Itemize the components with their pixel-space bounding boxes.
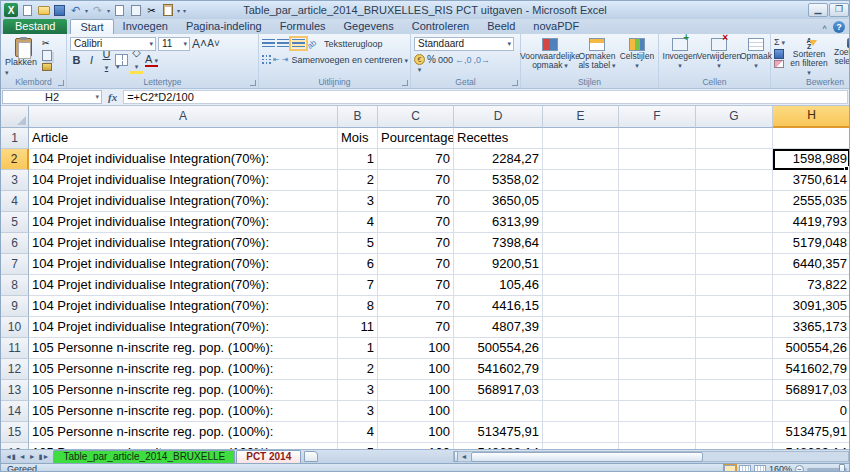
redo-dropdown-icon[interactable]: ▾ <box>107 7 110 14</box>
cell-H5[interactable]: 4419,793 <box>773 212 849 233</box>
orientation-icon[interactable]: ab <box>306 36 321 51</box>
cell-A6[interactable]: 104 Projet individualise Integration(70%… <box>29 233 338 254</box>
cell-H15[interactable]: 513475,91 <box>773 422 849 443</box>
minimize-button[interactable]: ▁ <box>808 3 828 17</box>
cell-B8[interactable]: 7 <box>338 275 378 296</box>
cell-H10[interactable]: 3365,173 <box>773 317 849 338</box>
cell-G8[interactable] <box>696 275 773 296</box>
cell-G10[interactable] <box>696 317 773 338</box>
cell-A15[interactable]: 105 Personne n-inscrite reg. pop. (100%)… <box>29 422 338 443</box>
cell-H12[interactable]: 541602,79 <box>773 359 849 380</box>
cell-E13[interactable] <box>543 380 619 401</box>
sheet-tab-pct-2014[interactable]: PCT 2014 <box>236 450 301 463</box>
cell-D14[interactable] <box>454 401 543 422</box>
cell-styles-button[interactable]: Celstijlen <box>618 37 656 77</box>
ribbon-tab-novapdf[interactable]: novaPDF <box>524 19 588 34</box>
cell-H8[interactable]: 73,822 <box>773 275 849 296</box>
decrease-indent-icon[interactable]: ⇤ <box>273 55 280 64</box>
zoom-slider[interactable] <box>807 468 847 471</box>
row-header-4[interactable]: 4 <box>1 191 29 212</box>
cell-B5[interactable]: 4 <box>338 212 378 233</box>
cell-B4[interactable]: 3 <box>338 191 378 212</box>
italic-button[interactable]: I <box>85 54 98 66</box>
cell-D13[interactable]: 568917,03 <box>454 380 543 401</box>
cell-H1[interactable] <box>773 128 849 149</box>
cell-D2[interactable]: 2284,27 <box>454 149 543 170</box>
cell-A2[interactable]: 104 Projet individualise Integration(70%… <box>29 149 338 170</box>
clipboard-dialog-launcher[interactable] <box>58 80 64 86</box>
clear-icon[interactable] <box>774 60 784 68</box>
cell-E14[interactable] <box>543 401 619 422</box>
cut-ribbon-icon[interactable]: ✂ <box>42 38 52 48</box>
cell-B1[interactable]: Mois <box>338 128 378 149</box>
bold-button[interactable]: B <box>70 54 83 66</box>
insert-function-icon[interactable]: fx <box>104 91 121 103</box>
increase-font-icon[interactable]: A˄ <box>192 37 205 51</box>
column-header-G[interactable]: G <box>696 106 773 128</box>
copy-icon[interactable] <box>129 4 142 17</box>
row-header-1[interactable]: 1 <box>1 128 29 149</box>
cell-A1[interactable]: Article <box>29 128 338 149</box>
cell-F1[interactable] <box>619 128 696 149</box>
column-header-A[interactable]: A <box>29 106 338 128</box>
cell-F5[interactable] <box>619 212 696 233</box>
cell-C6[interactable]: 70 <box>378 233 454 254</box>
cell-A8[interactable]: 104 Projet individualise Integration(70%… <box>29 275 338 296</box>
cell-E7[interactable] <box>543 254 619 275</box>
excel-logo-icon[interactable]: X <box>4 3 18 17</box>
cell-F14[interactable] <box>619 401 696 422</box>
cell-E2[interactable] <box>543 149 619 170</box>
merge-center-button[interactable]: Samenvoegen en centreren <box>291 55 408 65</box>
ribbon-tab-formules[interactable]: Formules <box>271 19 335 34</box>
align-center-icon[interactable] <box>266 55 268 64</box>
align-left-icon[interactable] <box>262 55 264 64</box>
cell-C10[interactable]: 70 <box>378 317 454 338</box>
row-header-10[interactable]: 10 <box>1 317 29 338</box>
cell-B2[interactable]: 1 <box>338 149 378 170</box>
cell-A7[interactable]: 104 Projet individualise Integration(70%… <box>29 254 338 275</box>
cell-F15[interactable] <box>619 422 696 443</box>
cell-E1[interactable] <box>543 128 619 149</box>
cell-B9[interactable]: 8 <box>338 296 378 317</box>
row-header-9[interactable]: 9 <box>1 296 29 317</box>
fill-icon[interactable] <box>774 49 784 59</box>
save-icon[interactable] <box>53 4 66 17</box>
undo-dropdown-icon[interactable]: ▾ <box>85 7 88 14</box>
cell-A5[interactable]: 104 Projet individualise Integration(70%… <box>29 212 338 233</box>
cell-H7[interactable]: 6440,357 <box>773 254 849 275</box>
cell-E15[interactable] <box>543 422 619 443</box>
font-color-icon[interactable]: A <box>145 53 158 67</box>
row-header-2[interactable]: 2 <box>1 149 29 170</box>
ribbon-tab-invoegen[interactable]: Invoegen <box>114 19 177 34</box>
column-header-E[interactable]: E <box>543 106 619 128</box>
cell-H9[interactable]: 3091,305 <box>773 296 849 317</box>
delete-cells-button[interactable]: Verwijderen <box>698 37 740 77</box>
ribbon-tab-gegevens[interactable]: Gegevens <box>335 19 403 34</box>
cell-C14[interactable]: 100 <box>378 401 454 422</box>
autosum-icon[interactable]: Σ <box>774 37 785 48</box>
cell-F4[interactable] <box>619 191 696 212</box>
cell-D8[interactable]: 105,46 <box>454 275 543 296</box>
format-cells-button[interactable]: Opmaak <box>740 37 772 77</box>
tab-split-handle[interactable] <box>454 451 458 462</box>
cell-H6[interactable]: 5179,048 <box>773 233 849 254</box>
increase-indent-icon[interactable]: ⇥ <box>282 55 289 64</box>
cell-E8[interactable] <box>543 275 619 296</box>
wrap-text-button[interactable]: Tekstterugloop <box>324 39 383 49</box>
cell-D11[interactable]: 500554,26 <box>454 338 543 359</box>
cell-F9[interactable] <box>619 296 696 317</box>
ribbon-tab-pagina-indeling[interactable]: Pagina-indeling <box>177 19 271 34</box>
normal-view-button[interactable] <box>724 465 736 472</box>
print-preview-icon[interactable] <box>113 4 126 17</box>
borders-icon[interactable] <box>115 54 128 66</box>
last-sheet-icon[interactable]: ▮► <box>39 453 50 461</box>
cell-A14[interactable]: 105 Personne n-inscrite reg. pop. (100%)… <box>29 401 338 422</box>
cell-C5[interactable]: 70 <box>378 212 454 233</box>
row-header-6[interactable]: 6 <box>1 233 29 254</box>
cell-C13[interactable]: 100 <box>378 380 454 401</box>
zoom-slider-handle[interactable] <box>839 464 845 472</box>
cell-F13[interactable] <box>619 380 696 401</box>
percent-format-icon[interactable]: % <box>427 54 436 65</box>
font-name-combo[interactable]: Calibri <box>70 37 156 51</box>
cell-F6[interactable] <box>619 233 696 254</box>
